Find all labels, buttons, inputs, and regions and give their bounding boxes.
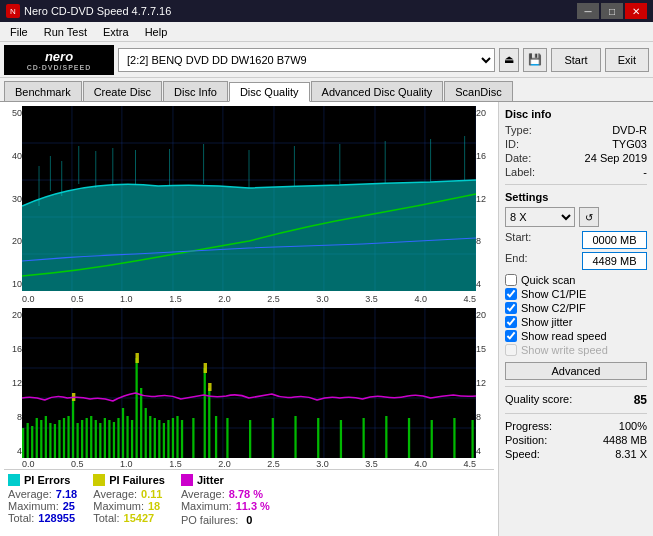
refresh-button[interactable]: ↺ <box>579 207 599 227</box>
svg-rect-71 <box>149 416 151 458</box>
disc-label-label: Label: <box>505 166 535 178</box>
tab-bar: Benchmark Create Disc Disc Info Disc Qua… <box>0 78 653 102</box>
speed-selector[interactable]: 8 X 1 X 2 X 4 X Max <box>505 207 575 227</box>
svg-rect-75 <box>167 420 169 458</box>
jitter-label: Jitter <box>197 474 224 486</box>
svg-rect-98 <box>208 383 211 391</box>
show-jitter-checkbox[interactable] <box>505 316 517 328</box>
svg-rect-92 <box>431 420 433 458</box>
quick-scan-row: Quick scan <box>505 274 647 286</box>
svg-rect-72 <box>154 418 156 458</box>
info-panel: Disc info Type: DVD-R ID: TYG03 Date: 24… <box>498 102 653 536</box>
svg-rect-73 <box>158 420 160 458</box>
start-label: Start: <box>505 231 531 249</box>
advanced-button[interactable]: Advanced <box>505 362 647 380</box>
disc-label-value: - <box>643 166 647 178</box>
show-c2-pif-label: Show C2/PIF <box>521 302 586 314</box>
chart-area: 50 40 30 20 10 <box>0 102 498 536</box>
svg-rect-80 <box>204 368 206 458</box>
menu-run-test[interactable]: Run Test <box>38 24 93 40</box>
position-row: Position: 4488 MB <box>505 434 647 446</box>
tab-scan-disc[interactable]: ScanDisc <box>444 81 512 101</box>
disc-date-row: Date: 24 Sep 2019 <box>505 152 647 164</box>
svg-rect-68 <box>136 358 138 458</box>
svg-rect-52 <box>63 418 65 458</box>
svg-rect-51 <box>58 420 60 458</box>
svg-rect-81 <box>208 388 210 458</box>
show-c2-pif-checkbox[interactable] <box>505 302 517 314</box>
divider-1 <box>505 184 647 185</box>
tab-disc-info[interactable]: Disc Info <box>163 81 228 101</box>
save-button[interactable]: 💾 <box>523 48 547 72</box>
stats-area: PI Errors Average: 7.18 Maximum: 25 Tota… <box>4 469 494 530</box>
svg-rect-47 <box>40 420 42 458</box>
app-icon: N <box>6 4 20 18</box>
minimize-button[interactable]: ─ <box>577 3 599 19</box>
chart-upper-svg <box>22 106 476 291</box>
stats-jitter: Jitter Average: 8.78 % Maximum: 11.3 % P… <box>181 474 270 526</box>
menu-file[interactable]: File <box>4 24 34 40</box>
quick-scan-label: Quick scan <box>521 274 575 286</box>
svg-rect-58 <box>90 416 92 458</box>
position-label: Position: <box>505 434 547 446</box>
chart-lower-x-labels: 0.0 0.5 1.0 1.5 2.0 2.5 3.0 3.5 4.0 4.5 <box>4 459 494 469</box>
svg-rect-91 <box>408 418 410 458</box>
drive-selector[interactable]: [2:2] BENQ DVD DD DW1620 B7W9 <box>118 48 495 72</box>
maximize-button[interactable]: □ <box>601 3 623 19</box>
pi-errors-max: 25 <box>63 500 75 512</box>
window-controls: ─ □ ✕ <box>577 3 647 19</box>
menu-help[interactable]: Help <box>139 24 174 40</box>
svg-rect-84 <box>249 420 251 458</box>
svg-rect-50 <box>54 424 56 458</box>
show-write-speed-row: Show write speed <box>505 344 647 356</box>
exit-button[interactable]: Exit <box>605 48 649 72</box>
chart-lower-svg <box>22 308 476 458</box>
settings-title: Settings <box>505 191 647 203</box>
disc-type-value: DVD-R <box>612 124 647 136</box>
divider-3 <box>505 413 647 414</box>
tab-disc-quality[interactable]: Disc Quality <box>229 82 310 102</box>
svg-rect-49 <box>49 423 51 458</box>
svg-rect-60 <box>99 423 101 458</box>
svg-rect-43 <box>22 428 24 458</box>
show-jitter-row: Show jitter <box>505 316 647 328</box>
show-c1-pie-checkbox[interactable] <box>505 288 517 300</box>
end-mb-field[interactable] <box>582 252 647 270</box>
progress-section: Progress: 100% Position: 4488 MB Speed: … <box>505 420 647 460</box>
disc-date-value: 24 Sep 2019 <box>585 152 647 164</box>
start-mb-field[interactable] <box>582 231 647 249</box>
tab-benchmark[interactable]: Benchmark <box>4 81 82 101</box>
eject-button[interactable]: ⏏ <box>499 48 519 72</box>
speed-value: 8.31 X <box>615 448 647 460</box>
svg-rect-78 <box>181 420 183 458</box>
menu-extra[interactable]: Extra <box>97 24 135 40</box>
svg-rect-88 <box>340 420 342 458</box>
svg-rect-79 <box>192 418 194 458</box>
jitter-avg: 8.78 % <box>229 488 263 500</box>
svg-rect-59 <box>95 420 97 458</box>
svg-rect-70 <box>145 408 147 458</box>
chart-lower-y-left: 20 16 12 8 4 <box>4 308 22 458</box>
show-c1-pie-row: Show C1/PIE <box>505 288 647 300</box>
svg-rect-53 <box>67 416 69 458</box>
svg-rect-87 <box>317 418 319 458</box>
jitter-max: 11.3 % <box>236 500 270 512</box>
quick-scan-checkbox[interactable] <box>505 274 517 286</box>
pi-failures-color <box>93 474 105 486</box>
show-read-speed-checkbox[interactable] <box>505 330 517 342</box>
svg-rect-77 <box>176 416 178 458</box>
disc-type-row: Type: DVD-R <box>505 124 647 136</box>
pi-failures-label: PI Failures <box>109 474 165 486</box>
pi-failures-total: 15427 <box>124 512 155 524</box>
pi-errors-avg: 7.18 <box>56 488 77 500</box>
position-value: 4488 MB <box>603 434 647 446</box>
po-failures-val: 0 <box>246 514 252 526</box>
tab-advanced-disc-quality[interactable]: Advanced Disc Quality <box>311 81 444 101</box>
tab-create-disc[interactable]: Create Disc <box>83 81 162 101</box>
close-button[interactable]: ✕ <box>625 3 647 19</box>
svg-rect-62 <box>108 420 110 458</box>
start-button[interactable]: Start <box>551 48 600 72</box>
show-read-speed-label: Show read speed <box>521 330 607 342</box>
svg-rect-65 <box>122 408 124 458</box>
title-bar: N Nero CD-DVD Speed 4.7.7.16 ─ □ ✕ <box>0 0 653 22</box>
